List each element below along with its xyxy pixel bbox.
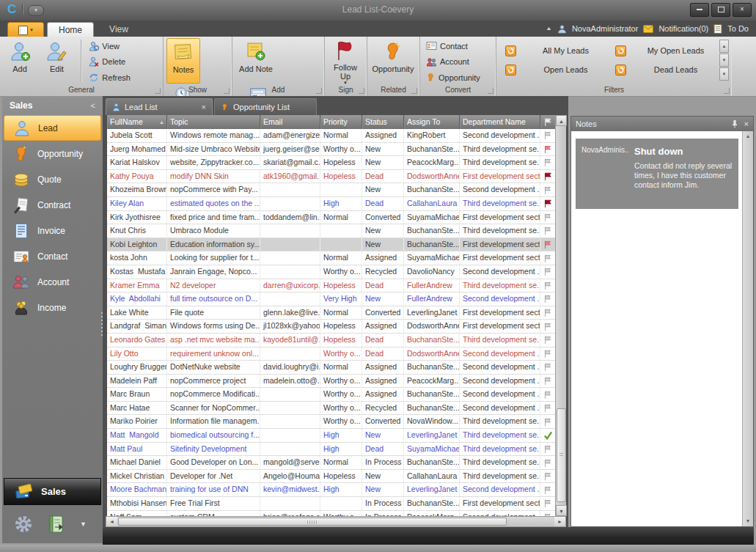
row-flag-icon[interactable]: [540, 388, 555, 401]
table-row[interactable]: Juerg Mohamed Mid-size Umbraco Website j…: [107, 143, 555, 157]
column-header-status[interactable]: Status: [362, 115, 404, 129]
row-flag-icon[interactable]: [540, 251, 555, 265]
horizontal-scrollbar[interactable]: ◄ ►: [106, 516, 566, 527]
tab-view[interactable]: View: [98, 22, 139, 37]
table-row[interactable]: Knut Chris Umbraco Module New BuchananSt…: [107, 224, 555, 238]
table-row[interactable]: Marc Braun nopCommerce Modificati... Wor…: [107, 388, 555, 402]
column-header-department[interactable]: Department Name: [460, 115, 540, 129]
table-row[interactable]: Marc Hatae Scanner for NopCommer... Wort…: [107, 402, 555, 416]
row-flag-icon[interactable]: [540, 211, 555, 224]
edit-button[interactable]: Edit: [40, 38, 73, 84]
table-row[interactable]: Landgraf Siman... Windows forms using De…: [107, 320, 555, 334]
scroll-left-icon[interactable]: ◄: [106, 517, 117, 526]
row-flag-icon[interactable]: [540, 402, 555, 415]
scroll-up-icon[interactable]: ▲: [743, 131, 753, 141]
table-row[interactable]: Leonardo Gates asp .net mvc website ma..…: [107, 334, 555, 347]
filter-my-open-leads[interactable]: My Open Leads: [609, 45, 719, 56]
row-flag-icon[interactable]: [540, 375, 555, 388]
row-flag-icon[interactable]: [540, 129, 555, 142]
filters-scroll-down[interactable]: ▼: [719, 54, 729, 67]
table-row[interactable]: Mthobisi Hansen Free Trial First In Proc…: [107, 497, 555, 511]
table-row[interactable]: Loughry Bruggen DotNetNuke website david…: [107, 361, 555, 375]
row-flag-icon[interactable]: [540, 334, 555, 347]
row-flag-icon[interactable]: [540, 320, 555, 333]
row-flag-icon[interactable]: [540, 306, 555, 320]
scroll-down-icon[interactable]: ▼: [556, 505, 567, 516]
table-row[interactable]: kosta John Looking for supplier for t...…: [107, 251, 555, 265]
todo-link[interactable]: To Do: [727, 24, 749, 33]
dialog-launcher-icon[interactable]: [359, 88, 364, 94]
row-flag-icon[interactable]: [540, 443, 555, 456]
close-button[interactable]: ×: [733, 3, 752, 17]
row-flag-icon[interactable]: [540, 156, 555, 169]
row-flag-icon[interactable]: [540, 183, 555, 196]
vertical-scrollbar[interactable]: ▲ ▼: [555, 115, 566, 516]
pin-icon[interactable]: [731, 119, 738, 128]
notes-toggle-button[interactable]: Notes: [166, 38, 200, 84]
delete-button[interactable]: Delete: [89, 56, 131, 68]
sidebar-item-contract[interactable]: Contract: [4, 192, 101, 218]
table-row[interactable]: Kariat Halskov website, Zippytracker.co.…: [107, 156, 555, 170]
dialog-launcher-icon[interactable]: [316, 88, 322, 94]
add-button[interactable]: Add: [3, 38, 37, 84]
row-flag-icon[interactable]: [540, 470, 555, 483]
table-row[interactable]: Kramer Emma N2 developer darren@uxicorp.…: [107, 279, 555, 293]
row-flag-icon[interactable]: [540, 238, 555, 251]
table-row[interactable]: Kiley Alan estimated quotes on the ... H…: [107, 197, 555, 211]
close-tab-icon[interactable]: ×: [202, 103, 206, 111]
row-flag-icon[interactable]: [540, 265, 555, 279]
table-row[interactable]: Kostas Mustafa Janrain Engage, Nopco... …: [107, 265, 555, 279]
column-header-flag-icon[interactable]: [540, 115, 555, 129]
table-row[interactable]: Moore Bachman training for use of DNN ke…: [107, 483, 555, 497]
table-row[interactable]: Lily Otto requirement unknow onl... Wort…: [107, 347, 555, 361]
related-opportunity-button[interactable]: Opportunity: [370, 38, 416, 84]
table-row[interactable]: Jubela Scott Windows remote manag... ada…: [107, 129, 555, 143]
tab-home[interactable]: Home: [47, 22, 94, 37]
sidebar-item-account[interactable]: Account: [4, 269, 101, 295]
row-flag-icon[interactable]: [540, 292, 555, 306]
filters-more-button[interactable]: ▼: [719, 67, 729, 81]
doc-tab-lead-list[interactable]: Lead List ×: [106, 98, 213, 115]
table-row[interactable]: Madelein Paff nopCommerce project madele…: [107, 375, 555, 389]
row-flag-icon[interactable]: [540, 224, 555, 238]
application-menu-button[interactable]: ▾: [7, 22, 44, 38]
chevron-up-icon[interactable]: ▲: [546, 26, 552, 32]
close-panel-icon[interactable]: ×: [744, 117, 749, 131]
table-row[interactable]: Khozeima Brown nopCommerce with Pay... N…: [107, 183, 555, 197]
dialog-launcher-icon[interactable]: [155, 88, 161, 94]
row-flag-icon[interactable]: [540, 429, 555, 442]
maximize-button[interactable]: [711, 3, 730, 17]
filter-dead-leads[interactable]: Dead Leads: [609, 65, 719, 76]
column-header-fullname[interactable]: FullName▲: [107, 115, 167, 129]
table-row[interactable]: Mariko Poirier Information file managem.…: [107, 415, 555, 429]
column-header-email[interactable]: Email: [260, 115, 320, 129]
notification-link[interactable]: Notification(0): [658, 24, 708, 33]
convert-opportunity-button[interactable]: Opportunity: [426, 71, 480, 84]
column-header-priority[interactable]: Priority: [320, 115, 362, 129]
note-item[interactable]: NovaAdminis... Shut down Contact did not…: [576, 139, 738, 209]
horizontal-scroll-thumb[interactable]: [118, 518, 507, 526]
sidebar-item-quote[interactable]: Quote: [4, 166, 101, 192]
row-flag-icon[interactable]: [540, 170, 555, 183]
sidebar-item-invoice[interactable]: Invoice: [4, 218, 101, 243]
row-flag-icon[interactable]: [540, 456, 555, 469]
collapse-sidebar-icon[interactable]: <: [91, 96, 95, 115]
scroll-down-icon[interactable]: ▼: [743, 516, 753, 526]
row-flag-icon[interactable]: [540, 483, 555, 496]
row-flag-icon[interactable]: [540, 347, 555, 361]
filters-scroll-up[interactable]: ▲: [719, 40, 729, 53]
settings-gear-icon[interactable]: [14, 515, 33, 534]
row-flag-icon[interactable]: [540, 497, 555, 510]
sidebar-item-lead[interactable]: Lead: [4, 115, 101, 141]
table-row[interactable]: Kirk Jyothisree fixed price and time fra…: [107, 211, 555, 225]
column-header-topic[interactable]: Topic: [167, 115, 260, 129]
table-row[interactable]: Kobi Leighton Education information sy..…: [107, 238, 555, 252]
row-flag-icon[interactable]: [540, 279, 555, 292]
scroll-up-icon[interactable]: ▲: [556, 115, 567, 126]
add-note-button[interactable]: Add Note: [235, 38, 276, 84]
sales-section-button[interactable]: Sales: [4, 478, 101, 505]
row-flag-icon[interactable]: [540, 361, 555, 374]
dialog-launcher-icon[interactable]: [224, 88, 230, 94]
table-row[interactable]: Kathy Pouya modify DNN Skin atk1960@gmai…: [107, 170, 555, 184]
filter-open-leads[interactable]: Open Leads: [499, 65, 609, 76]
